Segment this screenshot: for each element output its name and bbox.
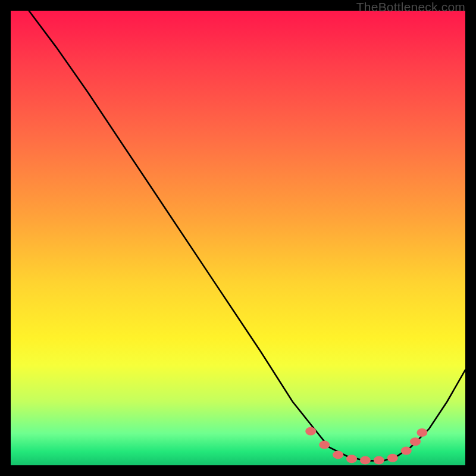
fit-dot	[346, 455, 357, 463]
curve-layer	[29, 11, 465, 461]
fit-dot	[360, 456, 371, 465]
chart-plot-area	[11, 11, 465, 465]
fit-dot	[416, 428, 427, 437]
bottleneck-curve	[29, 11, 465, 461]
fit-dot	[410, 437, 421, 446]
chart-frame: TheBottleneck.com	[0, 0, 476, 476]
fit-dot	[401, 447, 412, 455]
fit-dot	[319, 441, 330, 449]
fit-dot	[374, 456, 384, 465]
fit-dot	[387, 454, 398, 462]
watermark-text: TheBottleneck.com	[356, 0, 465, 14]
chart-svg	[11, 11, 465, 465]
fit-dot	[305, 427, 316, 436]
fit-dot	[333, 450, 343, 459]
fit-region-dots	[305, 427, 427, 465]
